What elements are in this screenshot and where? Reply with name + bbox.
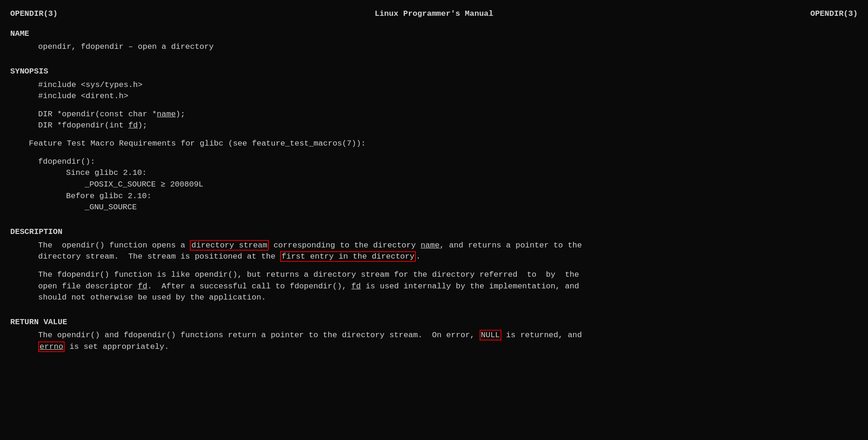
before-label: Before glibc 2.10: bbox=[10, 191, 858, 202]
fd-underline1: fd bbox=[138, 282, 147, 291]
first-entry-highlight: first entry in the directory bbox=[280, 251, 416, 262]
directory-stream-highlight: directory stream bbox=[190, 240, 268, 251]
header-center: Linux Programmer's Manual bbox=[374, 8, 493, 20]
section-name: NAME opendir, fdopendir – open a directo… bbox=[10, 28, 858, 53]
synopsis-include1: #include <sys/types.h> bbox=[10, 80, 858, 91]
description-title: DESCRIPTION bbox=[10, 227, 858, 238]
section-return-value: RETURN VALUE The opendir() and fdopendir… bbox=[10, 317, 858, 353]
header-left: OPENDIR(3) bbox=[10, 8, 58, 20]
man-header: OPENDIR(3) Linux Programmer's Manual OPE… bbox=[10, 8, 858, 20]
description-para1-line1: The opendir() function opens a directory… bbox=[10, 240, 858, 252]
fdopendir-label: fdopendir(): bbox=[10, 156, 858, 168]
return-value-line1: The opendir() and fdopendir() functions … bbox=[10, 330, 858, 341]
name-content: opendir, fdopendir – open a directory bbox=[10, 41, 858, 53]
null-highlight: NULL bbox=[480, 330, 501, 340]
synopsis-proto1: DIR *opendir(const char *name); bbox=[10, 109, 858, 120]
name-underline: name bbox=[421, 241, 440, 250]
synopsis-proto2: DIR *fdopendir(int fd); bbox=[10, 120, 858, 132]
fd-underline2: fd bbox=[351, 282, 361, 291]
synopsis-include2: #include <dirent.h> bbox=[10, 91, 858, 102]
since-label: Since glibc 2.10: bbox=[10, 167, 858, 179]
gnu-source: _GNU_SOURCE bbox=[10, 202, 858, 213]
synopsis-title: SYNOPSIS bbox=[10, 66, 858, 78]
description-para2-line2: open file descriptor fd. After a success… bbox=[10, 281, 858, 293]
posix-source: _POSIX_C_SOURCE ≥ 200809L bbox=[10, 179, 858, 191]
name-title: NAME bbox=[10, 28, 858, 40]
section-synopsis: SYNOPSIS #include <sys/types.h> #include… bbox=[10, 66, 858, 213]
header-right: OPENDIR(3) bbox=[810, 8, 858, 20]
description-para2-line3: should not otherwise be used by the appl… bbox=[10, 292, 858, 304]
description-para1-line2: directory stream. The stream is position… bbox=[10, 251, 858, 263]
man-page: OPENDIR(3) Linux Programmer's Manual OPE… bbox=[10, 8, 858, 353]
section-description: DESCRIPTION The opendir() function opens… bbox=[10, 227, 858, 304]
description-para2-line1: The fdopendir() function is like opendir… bbox=[10, 269, 858, 281]
feature-test-intro: Feature Test Macro Requirements for glib… bbox=[10, 138, 858, 150]
return-value-line2: errno is set appropriately. bbox=[10, 341, 858, 353]
return-value-title: RETURN VALUE bbox=[10, 317, 858, 328]
errno-highlight: errno bbox=[38, 341, 65, 352]
